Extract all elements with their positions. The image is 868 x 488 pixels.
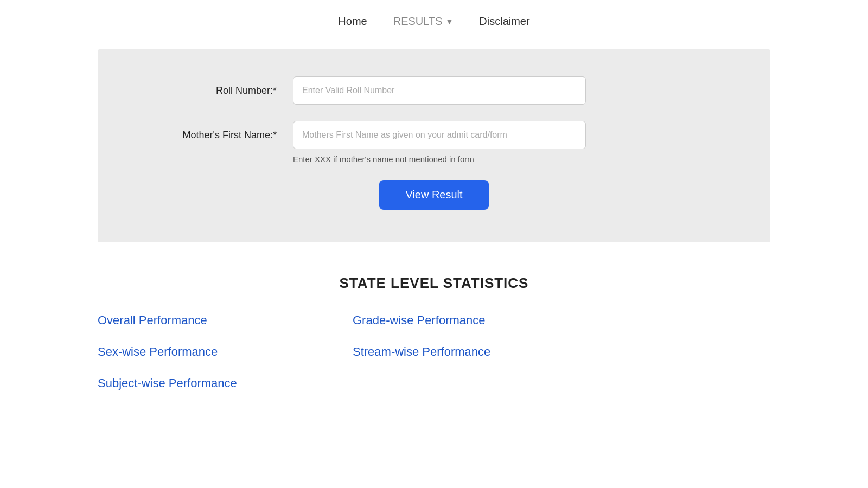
stats-link[interactable]: Grade-wise Performance: [353, 313, 586, 328]
roll-number-label: Roll Number:*: [119, 85, 293, 97]
statistics-grid: Overall PerformanceSex-wise PerformanceS…: [98, 313, 586, 396]
statistics-title: STATE LEVEL STATISTICS: [98, 275, 770, 292]
nav-disclaimer[interactable]: Disclaimer: [479, 15, 529, 28]
main-nav: Home RESULTS ▼ Disclaimer: [0, 0, 868, 38]
mothers-name-input[interactable]: [293, 121, 586, 149]
stats-link[interactable]: Stream-wise Performance: [353, 345, 586, 359]
roll-number-input[interactable]: [293, 76, 586, 105]
chevron-down-icon: ▼: [445, 17, 453, 26]
roll-number-row: Roll Number:*: [119, 76, 749, 105]
statistics-col-left: Overall PerformanceSex-wise PerformanceS…: [98, 313, 331, 396]
stats-link[interactable]: Sex-wise Performance: [98, 345, 331, 359]
result-form-section: Roll Number:* Mother's First Name:* Ente…: [98, 49, 770, 242]
mothers-name-row: Mother's First Name:*: [119, 121, 749, 149]
stats-link[interactable]: Overall Performance: [98, 313, 331, 328]
mothers-name-hint: Enter XXX if mother's name not mentioned…: [293, 155, 749, 164]
view-result-button[interactable]: View Result: [379, 180, 488, 210]
mothers-name-label: Mother's First Name:*: [119, 130, 293, 141]
statistics-col-right: Grade-wise PerformanceStream-wise Perfor…: [353, 313, 586, 396]
statistics-section: STATE LEVEL STATISTICS Overall Performan…: [0, 253, 868, 418]
stats-link[interactable]: Subject-wise Performance: [98, 376, 331, 390]
nav-results[interactable]: RESULTS ▼: [393, 15, 454, 28]
nav-home[interactable]: Home: [338, 15, 367, 28]
submit-row: View Result: [119, 180, 749, 210]
